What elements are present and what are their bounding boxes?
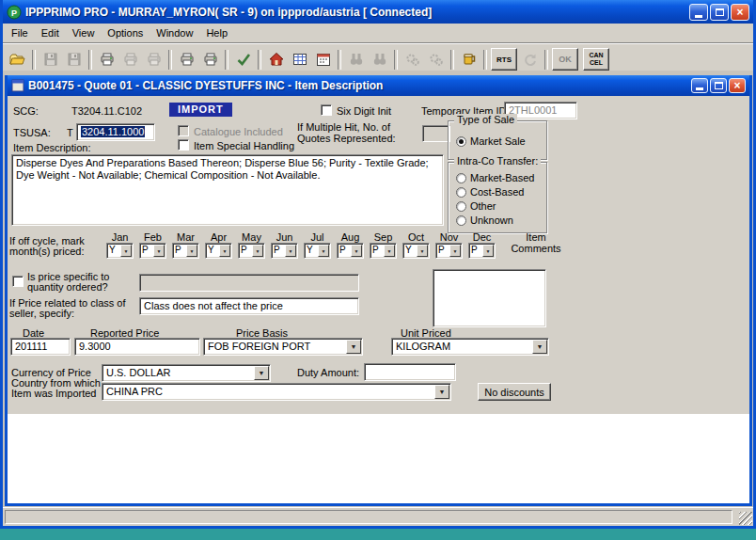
month-mar-select[interactable]: P▼ xyxy=(172,243,199,259)
toolbar-separator xyxy=(394,50,398,70)
month-col-jan: JanY▼ xyxy=(106,231,134,259)
maximize-button[interactable] xyxy=(710,4,729,21)
menu-help[interactable]: Help xyxy=(199,25,234,40)
toolbar-separator xyxy=(544,50,548,70)
chevron-down-icon[interactable]: ▼ xyxy=(351,245,362,257)
month-jul-select[interactable]: Y▼ xyxy=(304,243,331,259)
duty-amount-field[interactable] xyxy=(364,363,456,381)
chevron-down-icon[interactable]: ▼ xyxy=(384,245,395,257)
cancel-button[interactable]: CAN CEL xyxy=(583,48,609,71)
chevron-down-icon[interactable]: ▼ xyxy=(120,245,132,257)
market-based-radio-row[interactable]: Market-Based xyxy=(456,172,534,183)
tsusa-field[interactable]: 3204.11.1000 xyxy=(76,123,155,141)
month-oct-value: Y xyxy=(403,244,416,258)
table-grid-icon[interactable] xyxy=(288,48,311,71)
market-based-radio[interactable] xyxy=(456,173,466,183)
currency-select[interactable]: U.S. DOLLAR ▼ xyxy=(102,364,271,382)
menu-edit[interactable]: Edit xyxy=(35,25,66,40)
market-based-radio-label: Market-Based xyxy=(470,172,534,183)
main-window-title: IPPPRIMO PRO - MURRAY_MYRON( SR - 9) on … xyxy=(25,6,685,19)
calendar-icon[interactable] xyxy=(311,48,335,71)
chevron-down-icon[interactable]: ▼ xyxy=(254,366,269,380)
item-comments-box[interactable] xyxy=(433,269,546,327)
print-icon[interactable] xyxy=(95,48,118,71)
chevron-down-icon[interactable]: ▼ xyxy=(252,245,263,257)
date-field[interactable]: 201111 xyxy=(10,338,71,356)
month-sep-select[interactable]: P▼ xyxy=(370,243,397,259)
chevron-down-icon[interactable]: ▼ xyxy=(153,245,165,257)
month-may-select[interactable]: P▼ xyxy=(238,243,265,259)
cost-based-radio-row[interactable]: Cost-Based xyxy=(456,186,524,198)
price-basis-select[interactable]: FOB FOREIGN PORT ▼ xyxy=(203,338,363,356)
menu-window[interactable]: Window xyxy=(150,25,199,40)
item-description-form: SCG: T3204.11.C102 IMPORT Six Digit Init… xyxy=(8,96,749,414)
scg-label: SCG: xyxy=(13,105,39,117)
open-folder-icon[interactable] xyxy=(6,48,29,71)
validate-check-icon[interactable] xyxy=(231,48,255,71)
month-aug-select[interactable]: P▼ xyxy=(337,243,364,259)
item-special-handling-label: Item Special Handling xyxy=(194,140,294,151)
item-description-label: Item Description: xyxy=(13,142,91,153)
six-digit-init-checkbox[interactable] xyxy=(321,104,332,116)
unknown-radio-label: Unknown xyxy=(470,214,513,226)
month-col-aug: AugP▼ xyxy=(337,231,364,259)
chevron-down-icon[interactable]: ▼ xyxy=(186,245,197,257)
chevron-down-icon[interactable]: ▼ xyxy=(417,245,428,257)
month-feb-select[interactable]: P▼ xyxy=(139,243,166,259)
menu-view[interactable]: View xyxy=(66,25,102,40)
month-oct-select[interactable]: Y▼ xyxy=(402,243,430,259)
month-jul-value: Y xyxy=(305,244,317,258)
print-all-icon[interactable] xyxy=(198,48,222,71)
unknown-radio-row[interactable]: Unknown xyxy=(456,214,513,226)
chevron-down-icon[interactable]: ▼ xyxy=(285,245,296,257)
cancel-label-line1: CAN xyxy=(589,52,603,59)
svg-text:P: P xyxy=(11,8,17,17)
chevron-down-icon[interactable]: ▼ xyxy=(434,385,449,399)
month-label-jun: Jun xyxy=(271,231,298,243)
stein-icon[interactable] xyxy=(457,48,480,71)
cancel-label-line2: CEL xyxy=(590,59,603,67)
chevron-down-icon[interactable]: ▼ xyxy=(219,245,230,257)
no-discounts-button[interactable]: No discounts xyxy=(478,383,551,401)
unknown-radio[interactable] xyxy=(456,215,466,226)
chevron-down-icon[interactable]: ▼ xyxy=(318,245,329,257)
reported-price-field[interactable]: 9.3000 xyxy=(74,338,200,356)
process-gears-icon xyxy=(424,48,448,71)
child-maximize-button[interactable] xyxy=(710,78,727,93)
month-col-jul: JulY▼ xyxy=(304,231,331,259)
rts-button[interactable]: RTS xyxy=(491,48,517,71)
market-sale-radio[interactable] xyxy=(456,136,466,147)
resize-grip[interactable] xyxy=(739,512,752,525)
month-jan-select[interactable]: Y▼ xyxy=(106,243,134,259)
home-icon[interactable] xyxy=(264,48,288,71)
child-close-button[interactable]: × xyxy=(729,78,746,93)
minimize-button[interactable] xyxy=(689,4,708,21)
mdi-area: B001475 - Quote 01 - CLASSIC DYESTUFFS I… xyxy=(3,71,753,508)
price-specific-qty-checkbox[interactable] xyxy=(12,276,24,287)
chevron-down-icon[interactable]: ▼ xyxy=(532,340,547,354)
cost-based-radio[interactable] xyxy=(456,187,466,198)
month-jun-select[interactable]: P▼ xyxy=(271,243,298,259)
item-description-window: B001475 - Quote 01 - CLASSIC DYESTUFFS I… xyxy=(5,75,752,506)
month-nov-select[interactable]: P▼ xyxy=(435,243,463,259)
statusbar xyxy=(3,507,753,526)
other-radio-row[interactable]: Other xyxy=(456,200,496,212)
close-button[interactable]: × xyxy=(731,4,749,21)
menu-file[interactable]: File xyxy=(5,25,35,40)
chevron-down-icon[interactable]: ▼ xyxy=(482,245,494,257)
class-of-seller-field[interactable]: Class does not affect the price xyxy=(139,297,359,315)
country-select[interactable]: CHINA PRC ▼ xyxy=(102,383,451,401)
month-sep-value: P xyxy=(370,244,383,258)
menu-options[interactable]: Options xyxy=(101,25,150,40)
item-description-textarea[interactable]: Disperse Dyes And Preparations Based The… xyxy=(11,154,444,226)
child-minimize-button[interactable] xyxy=(691,78,708,93)
chevron-down-icon[interactable]: ▼ xyxy=(449,245,461,257)
item-special-handling-checkbox[interactable] xyxy=(178,139,189,151)
other-radio[interactable] xyxy=(456,201,466,212)
month-apr-select[interactable]: Y▼ xyxy=(205,243,232,259)
market-sale-radio-row[interactable]: Market Sale xyxy=(456,135,526,147)
month-dec-select[interactable]: P▼ xyxy=(468,243,496,259)
unit-priced-select[interactable]: KILOGRAM ▼ xyxy=(391,338,549,356)
print-form-icon[interactable] xyxy=(175,48,198,71)
chevron-down-icon[interactable]: ▼ xyxy=(346,340,361,354)
